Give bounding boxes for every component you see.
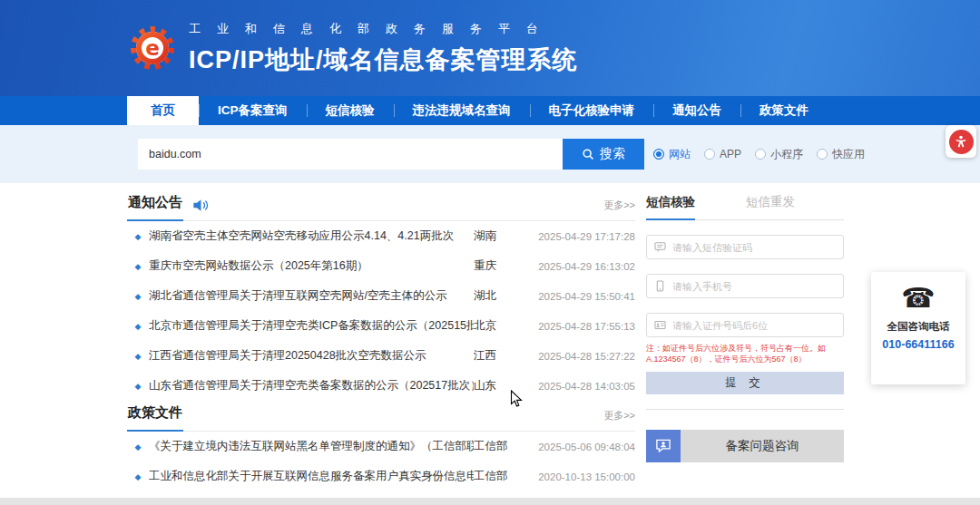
system-title: ICP/IP地址/域名信息备案管理系统 [189,44,578,76]
notice-date: 2025-04-28 15:27:22 [521,351,635,362]
nav-item-home[interactable]: 首页 [127,96,199,125]
consult-label: 备案问题咨询 [681,430,844,462]
icp-gear-logo-icon: e [129,24,176,72]
id-field-wrap [646,313,844,337]
page: e 工业和信息化部政务服务平台 ICP/IP地址/域名信息备案管理系统 首页 I… [0,0,980,505]
radio-icon [755,149,766,160]
submit-button[interactable]: 提 交 [646,372,844,394]
notice-region: 重庆 [474,258,521,274]
left-column: 通知公告 更多>> ◆ 湖南省空壳主体空壳网站空壳移动应用公示4.14、4.21… [127,183,635,505]
bullet-icon: ◆ [127,232,149,241]
id-last6-input[interactable] [672,320,836,331]
search-button[interactable]: 搜索 [563,139,644,170]
radio-label: 快应用 [832,147,865,162]
policy-date: 2025-05-06 09:48:04 [521,442,635,452]
notice-date: 2025-04-29 16:13:02 [521,261,635,272]
policy-title[interactable]: 工业和信息化部关于开展互联网信息服务备案用户真实身份信息电 [149,469,474,484]
hotline-number: 010-66411166 [871,338,965,351]
policies-header: 政策文件 更多>> [127,401,635,432]
telephone-icon: ☎ [871,283,965,314]
notice-title[interactable]: 山东省通信管理局关于清理空壳类备案数据的公示（202517批次） [149,378,474,393]
search-type-website[interactable]: 网站 [653,147,691,162]
notice-date: 2025-04-29 15:50:41 [521,291,635,302]
bullet-icon: ◆ [127,262,149,271]
nav-item-notices[interactable]: 通知公告 [653,96,740,125]
notice-row[interactable]: ◆ 北京市通信管理局关于清理空壳类ICP备案数据的公示（202515批 北京 2… [127,311,635,341]
search-type-miniprogram[interactable]: 小程序 [755,147,803,162]
radio-icon [653,149,664,160]
notice-row[interactable]: ◆ 重庆市空壳网站数据公示（2025年第16期） 重庆 2025-04-29 1… [127,251,635,281]
policy-date: 2020-10-13 15:00:00 [521,471,635,482]
notices-more-link[interactable]: 更多>> [603,199,635,220]
notice-row[interactable]: ◆ 江西省通信管理局关于清理20250428批次空壳数据公示 江西 2025-0… [127,341,635,371]
footer-strip [0,498,980,505]
sms-code-input[interactable] [672,242,836,253]
search-type-app[interactable]: APP [704,148,741,160]
notice-region: 北京 [474,318,521,334]
tab-sms-verify[interactable]: 短信核验 [646,194,695,220]
nav-item-icp-query[interactable]: ICP备案查询 [199,96,307,125]
main-nav: 首页 ICP备案查询 短信核验 违法违规域名查询 电子化核验申请 通知公告 政策… [0,96,980,125]
notice-region: 山东 [474,378,521,393]
speaker-icon [192,199,209,212]
radio-label: 小程序 [770,147,803,162]
bullet-icon: ◆ [127,322,149,331]
search-box [138,139,563,170]
search-type-quickapp[interactable]: 快应用 [817,147,865,162]
notice-row[interactable]: ◆ 湖南省空壳主体空壳网站空壳移动应用公示4.14、4.21两批次 湖南 202… [127,221,635,251]
nav-item-policies[interactable]: 政策文件 [740,96,828,125]
bullet-icon: ◆ [127,442,149,452]
radio-label: APP [720,148,741,160]
tab-sms-resend[interactable]: 短信重发 [746,194,795,219]
bullet-icon: ◆ [127,382,149,391]
sms-tabs: 短信核验 短信重发 [646,183,844,220]
search-button-label: 搜索 [600,146,625,162]
search-section: 搜索 网站 APP 小程序 快应用 [0,125,980,183]
radio-icon [704,149,715,160]
policy-title[interactable]: 《关于建立境内违法互联网站黑名单管理制度的通知》（工信部联 [149,439,474,454]
notice-row[interactable]: ◆ 湖北省通信管理局关于清理互联网空壳网站/空壳主体的公示 湖北 2025-04… [127,281,635,311]
policy-row[interactable]: ◆ 《关于建立境内违法互联网站黑名单管理制度的通知》（工信部联 工信部 2025… [127,432,635,461]
bullet-icon: ◆ [127,352,149,361]
accessibility-icon [949,130,974,154]
divider [646,409,844,410]
notice-row[interactable]: ◆ 山东省通信管理局关于清理空壳类备案数据的公示（202517批次） 山东 20… [127,371,635,401]
notice-title[interactable]: 江西省通信管理局关于清理20250428批次空壳数据公示 [149,348,474,364]
notice-title[interactable]: 重庆市空壳网站数据公示（2025年第16期） [149,258,474,274]
accessibility-widget[interactable] [946,125,976,158]
notice-date: 2025-04-28 14:03:05 [521,381,635,392]
phone-field-wrap [646,274,844,298]
notice-region: 江西 [474,348,521,364]
nav-item-sms-verify[interactable]: 短信核验 [307,96,394,125]
svg-text:e: e [145,36,160,60]
chat-person-icon [646,430,681,462]
notice-date: 2025-04-28 17:55:13 [521,321,635,332]
right-column: 短信核验 短信重发 [646,183,844,505]
sms-bubble-icon [654,241,666,253]
policies-more-link[interactable]: 更多>> [603,409,635,431]
search-input[interactable] [138,139,563,170]
notice-region: 湖南 [474,228,521,244]
site-banner: e 工业和信息化部政务服务平台 ICP/IP地址/域名信息备案管理系统 [0,0,980,96]
hotline-title: 全国咨询电话 [871,320,965,334]
phone-input[interactable] [672,281,836,292]
policies-title: 政策文件 [127,404,183,432]
search-type-group: 网站 APP 小程序 快应用 [653,147,865,162]
radio-icon [817,149,828,160]
notices-title: 通知公告 [127,194,183,221]
id-card-icon [654,319,666,331]
sms-code-field-wrap [646,235,844,259]
bullet-icon: ◆ [127,292,149,301]
main-content: 通知公告 更多>> ◆ 湖南省空壳主体空壳网站空壳移动应用公示4.14、4.21… [0,183,980,505]
notice-title[interactable]: 湖南省空壳主体空壳网站空壳移动应用公示4.14、4.21两批次 [149,228,474,244]
bullet-icon: ◆ [127,472,149,481]
consult-button[interactable]: 备案问题咨询 [646,430,844,462]
sms-note: 注：如证件号后六位涉及符号，符号占有一位。如A.1234567（8），证件号后六… [646,343,844,364]
notice-title[interactable]: 北京市通信管理局关于清理空壳类ICP备案数据的公示（202515批 [149,318,474,334]
nav-item-e-verify-apply[interactable]: 电子化核验申请 [530,96,654,125]
nav-item-illegal-domain-query[interactable]: 违法违规域名查询 [394,96,530,125]
notice-title[interactable]: 湖北省通信管理局关于清理互联网空壳网站/空壳主体的公示 [149,288,474,304]
policy-region: 工信部 [474,469,521,484]
policy-row[interactable]: ◆ 工业和信息化部关于开展互联网信息服务备案用户真实身份信息电 工信部 2020… [127,461,635,491]
notice-region: 湖北 [474,288,521,304]
